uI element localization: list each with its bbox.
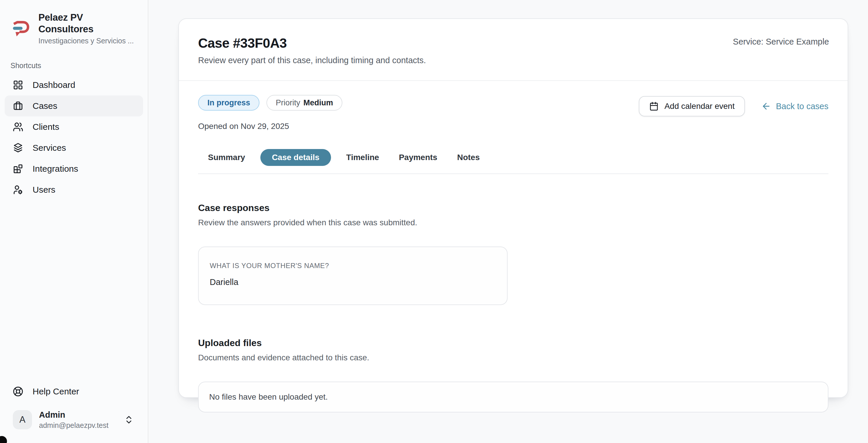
tab-bar: Summary Case details Timeline Payments N… <box>198 149 829 166</box>
files-subtitle: Documents and evidence attached to this … <box>198 353 829 362</box>
sidebar-item-label: Services <box>33 143 66 153</box>
tab-timeline[interactable]: Timeline <box>336 149 389 166</box>
brand-tagline: Investigaciones y Servicios ... <box>38 37 140 45</box>
header-actions: Add calendar event Back to cases <box>639 96 829 116</box>
add-calendar-event-button[interactable]: Add calendar event <box>639 96 745 116</box>
sidebar-section-label: Shortcuts <box>10 61 148 70</box>
meta-row: In progress Priority Medium Opened on No… <box>198 95 829 131</box>
sidebar-item-label: Dashboard <box>33 80 75 90</box>
sidebar-item-cases[interactable]: Cases <box>5 95 143 116</box>
case-body: In progress Priority Medium Opened on No… <box>179 95 848 412</box>
case-card: Case #33F0A3 Review every part of this c… <box>178 18 848 398</box>
brand-logo-icon <box>10 18 31 39</box>
status-column: In progress Priority Medium Opened on No… <box>198 95 342 131</box>
tab-case-details[interactable]: Case details <box>260 149 331 166</box>
sidebar-nav: Dashboard Cases Clients <box>0 75 148 200</box>
sidebar-item-integrations[interactable]: Integrations <box>5 158 143 179</box>
main-area: Case #33F0A3 Review every part of this c… <box>148 0 868 443</box>
user-cog-icon <box>13 184 23 195</box>
response-card: WHAT IS YOUR MOTHER'S NAME? Dariella <box>198 246 507 305</box>
service-label: Service: Service Example <box>733 37 829 47</box>
responses-subtitle: Review the answers provided when this ca… <box>198 218 829 227</box>
sidebar-item-services[interactable]: Services <box>5 137 143 158</box>
avatar: A <box>13 410 32 429</box>
sidebar-bottom: Help Center A Admin admin@pelaezpv.test <box>0 381 148 430</box>
briefcase-icon <box>13 101 23 111</box>
account-email: admin@pelaezpv.test <box>39 421 108 430</box>
sidebar-item-dashboard[interactable]: Dashboard <box>5 75 143 95</box>
layers-icon <box>13 143 23 153</box>
tab-notes[interactable]: Notes <box>447 149 490 166</box>
tabs-divider <box>198 174 829 174</box>
back-to-cases-label: Back to cases <box>776 101 829 111</box>
files-empty-state: No files have been uploaded yet. <box>198 382 829 412</box>
sidebar-item-label: Integrations <box>33 164 78 174</box>
files-empty-message: No files have been uploaded yet. <box>209 392 328 402</box>
sidebar-item-label: Users <box>33 185 55 195</box>
priority-value: Medium <box>303 98 333 108</box>
arrow-left-icon <box>761 101 771 111</box>
files-heading: Uploaded files <box>198 337 829 348</box>
priority-badge: Priority Medium <box>267 95 342 111</box>
sidebar-item-label: Clients <box>33 122 59 132</box>
case-header: Case #33F0A3 Review every part of this c… <box>179 19 848 81</box>
account-name: Admin <box>39 410 108 420</box>
account-switcher[interactable]: A Admin admin@pelaezpv.test <box>9 410 137 430</box>
sidebar-item-users[interactable]: Users <box>5 179 143 200</box>
brand[interactable]: Pelaez PV Consultores Investigaciones y … <box>0 0 148 45</box>
add-calendar-event-label: Add calendar event <box>664 101 735 111</box>
users-icon <box>13 122 23 132</box>
status-badge: In progress <box>198 95 259 111</box>
tab-summary[interactable]: Summary <box>198 149 255 166</box>
chevrons-up-down-icon[interactable] <box>124 415 134 425</box>
response-answer: Dariella <box>210 277 496 287</box>
tab-payments[interactable]: Payments <box>389 149 447 166</box>
sidebar-item-help-center[interactable]: Help Center <box>5 381 143 402</box>
sidebar-item-label: Help Center <box>33 387 79 396</box>
responses-grid: WHAT IS YOUR MOTHER'S NAME? Dariella <box>198 246 829 305</box>
page-subtitle: Review every part of this case, includin… <box>198 56 829 65</box>
sidebar-item-label: Cases <box>33 101 57 111</box>
sidebar-item-clients[interactable]: Clients <box>5 116 143 137</box>
dashboard-icon <box>13 80 23 90</box>
blocks-icon <box>13 164 23 174</box>
response-question: WHAT IS YOUR MOTHER'S NAME? <box>210 262 496 270</box>
priority-label: Priority <box>276 98 300 108</box>
badges: In progress Priority Medium <box>198 95 342 111</box>
sidebar: Pelaez PV Consultores Investigaciones y … <box>0 0 148 443</box>
calendar-icon <box>649 101 658 111</box>
opened-date: Opened on Nov 29, 2025 <box>198 122 342 131</box>
responses-heading: Case responses <box>198 203 829 213</box>
life-buoy-icon <box>13 386 23 397</box>
back-to-cases-link[interactable]: Back to cases <box>761 101 829 111</box>
brand-name: Pelaez PV Consultores <box>38 12 140 35</box>
